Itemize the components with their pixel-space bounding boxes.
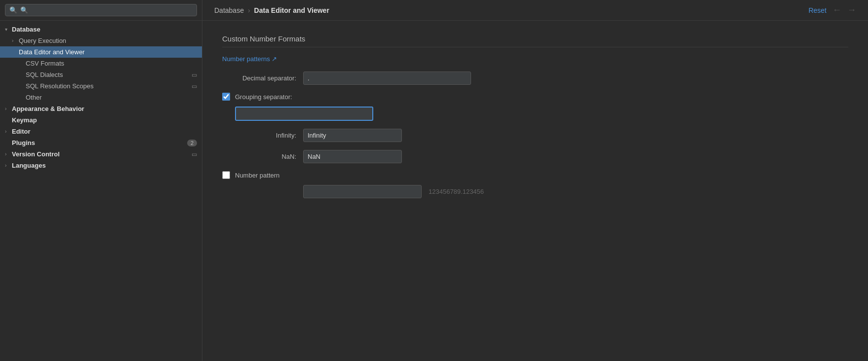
infinity-row: Infinity: [222,129,848,142]
sidebar-item-keymap[interactable]: Keymap [0,114,202,126]
sidebar-item-editor[interactable]: › Editor [0,126,202,137]
window-icon: ▭ [192,83,197,90]
sidebar-item-label: Languages [12,162,197,169]
number-pattern-input-row: 123456789.123456 [222,185,848,198]
sidebar-item-sql-dialects[interactable]: SQL Dialects ▭ [0,69,202,80]
arrow-icon [19,61,26,66]
decimal-separator-label: Decimal separator: [222,74,296,82]
sidebar-item-csv-formats[interactable]: CSV Formats [0,58,202,69]
sidebar-item-label: Version Control [12,150,190,158]
sidebar-item-label: CSV Formats [26,60,197,67]
arrow-icon: › [5,129,12,134]
window-icon: ▭ [192,151,197,158]
number-pattern-row: Number pattern [222,171,848,179]
arrow-icon: ▾ [5,27,12,32]
arrow-icon [19,72,26,77]
grouping-separator-input[interactable] [235,107,373,121]
sidebar-item-query-execution[interactable]: › Query Execution [0,35,202,46]
main-panel: Database › Data Editor and Viewer Reset … [202,0,868,361]
breadcrumb-root: Database [214,6,244,14]
sidebar-item-label: Data Editor and Viewer [19,48,197,56]
search-input[interactable] [20,6,193,14]
sidebar-item-label: Appearance & Behavior [12,105,197,112]
arrow-icon: › [5,151,12,157]
content-area: Custom Number Formats Number patterns ↗ … [202,21,868,361]
arrow-icon [19,95,26,100]
sidebar-item-languages[interactable]: › Languages [0,160,202,171]
forward-button[interactable]: → [847,5,856,15]
search-wrap[interactable]: 🔍 [5,4,197,16]
sidebar-item-plugins[interactable]: Plugins 2 [0,137,202,148]
nan-label: NaN: [222,153,296,160]
section-title: Custom Number Formats [222,35,848,47]
infinity-input[interactable] [303,129,402,142]
arrow-icon: › [12,38,19,43]
arrow-icon: › [5,163,12,168]
sidebar: 🔍 ▾ Database › Query Execution Data Edit… [0,0,202,361]
nav-tree: ▾ Database › Query Execution Data Editor… [0,21,202,361]
decimal-separator-row: Decimal separator: [222,72,848,85]
breadcrumb-current: Data Editor and Viewer [254,6,329,14]
number-pattern-label[interactable]: Number pattern [235,172,279,179]
decimal-separator-input[interactable] [303,72,471,85]
topbar-actions: Reset ← → [808,5,856,15]
search-bar: 🔍 [0,0,202,21]
sidebar-item-label: Database [12,26,197,33]
arrow-icon [19,83,26,89]
back-button[interactable]: ← [832,5,841,15]
nan-input[interactable] [303,150,402,163]
reset-button[interactable]: Reset [808,6,827,14]
number-pattern-placeholder: 123456789.123456 [429,188,484,195]
sidebar-item-label: SQL Resolution Scopes [26,82,190,90]
topbar: Database › Data Editor and Viewer Reset … [202,0,868,21]
sidebar-item-version-control[interactable]: › Version Control ▭ [0,148,202,160]
sidebar-item-label: Editor [12,128,197,135]
grouping-separator-row: Grouping separator: [222,93,848,101]
grouping-separator-input-wrap [235,107,848,121]
number-pattern-checkbox[interactable] [222,171,230,179]
number-patterns-link[interactable]: Number patterns ↗ [222,55,848,63]
infinity-label: Infinity: [222,132,296,139]
sidebar-item-database[interactable]: ▾ Database [0,24,202,35]
sidebar-item-data-editor[interactable]: Data Editor and Viewer [0,46,202,58]
breadcrumb: Database › Data Editor and Viewer [214,6,329,14]
arrow-icon: › [5,106,12,111]
sidebar-item-label: Plugins [12,139,184,146]
arrow-icon [5,140,12,145]
sidebar-item-label: Other [26,94,197,101]
sidebar-item-other[interactable]: Other [0,92,202,103]
sidebar-item-label: Keymap [12,116,197,124]
nan-row: NaN: [222,150,848,163]
sidebar-item-appearance[interactable]: › Appearance & Behavior [0,103,202,114]
sidebar-item-label: SQL Dialects [26,71,190,78]
grouping-separator-label[interactable]: Grouping separator: [235,93,292,101]
arrow-icon [12,49,19,55]
arrow-icon [5,117,12,123]
plugins-badge: 2 [187,140,197,146]
sidebar-item-label: Query Execution [19,37,197,44]
number-pattern-input[interactable] [303,185,422,198]
sidebar-item-sql-resolution[interactable]: SQL Resolution Scopes ▭ [0,80,202,92]
grouping-separator-checkbox[interactable] [222,93,230,101]
window-icon: ▭ [192,72,197,78]
number-patterns-label: Number patterns ↗ [222,55,277,63]
search-icon: 🔍 [9,6,17,14]
breadcrumb-separator: › [248,6,250,14]
